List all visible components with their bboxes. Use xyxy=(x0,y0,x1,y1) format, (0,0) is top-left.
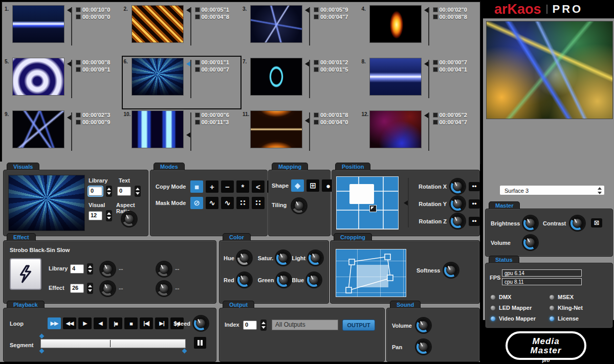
copy-mode-min-button[interactable]: < xyxy=(252,180,265,193)
mapping-panel-tab[interactable]: Mapping xyxy=(272,163,308,170)
effect-param3-knob[interactable] xyxy=(157,262,171,276)
clip-slider-arrow-icon[interactable] xyxy=(305,118,309,123)
sound-volume-knob[interactable] xyxy=(416,318,430,332)
clip-thumbnail[interactable] xyxy=(251,111,302,148)
rotation-z-knob[interactable] xyxy=(451,214,465,228)
clip-slider-arrow-icon[interactable] xyxy=(67,115,71,120)
mask-mode-pattern-1-button[interactable]: ∷ xyxy=(236,197,249,209)
clip-slider-arrow-icon[interactable] xyxy=(424,113,428,118)
surface-select[interactable]: Surface 3 xyxy=(499,185,605,195)
segment-end-handle[interactable] xyxy=(182,349,187,354)
play-reverse-button[interactable]: ◀ xyxy=(94,317,107,329)
brightness-knob[interactable] xyxy=(523,216,537,230)
go-to-end-button[interactable]: ▶| xyxy=(155,317,168,329)
green-knob[interactable] xyxy=(277,273,291,287)
library-stepper[interactable] xyxy=(106,186,112,197)
clip-slider[interactable] xyxy=(304,58,312,99)
cropping-pad[interactable] xyxy=(336,249,406,297)
visual-stepper[interactable] xyxy=(106,210,112,221)
sound-panel-tab[interactable]: Sound xyxy=(390,301,421,308)
mask-mode-pattern-2-button[interactable]: ∷ xyxy=(252,197,265,209)
clip-slider[interactable] xyxy=(186,111,193,152)
rotation-x-link-button[interactable]: •• xyxy=(469,182,480,191)
playback-panel-tab[interactable]: Playback xyxy=(7,301,45,308)
clip-cell-7[interactable]: 7.00:00'01"200:00'01"5 xyxy=(241,56,360,109)
blue-knob[interactable] xyxy=(307,273,321,287)
softness-knob[interactable] xyxy=(444,263,458,277)
clip-thumbnail[interactable] xyxy=(370,58,421,95)
copy-mode-subtract-button[interactable]: − xyxy=(221,180,234,193)
stop-button[interactable]: ■ xyxy=(124,317,138,329)
clip-slider[interactable] xyxy=(304,111,312,152)
clip-cell-4[interactable]: 4.00:00'02"000:00'08"8 xyxy=(360,4,479,56)
clip-slider-arrow-icon[interactable] xyxy=(424,8,428,13)
clip-thumbnail[interactable] xyxy=(132,111,183,148)
effect-number-stepper[interactable] xyxy=(87,283,93,294)
effect-param2-knob[interactable] xyxy=(101,282,115,295)
clip-cell-8[interactable]: 8.00:00'00"700:00'04"1 xyxy=(360,56,479,109)
clip-slider-arrow-icon[interactable] xyxy=(67,61,71,66)
visuals-panel-tab[interactable]: Visuals xyxy=(7,163,39,170)
clip-cell-2[interactable]: 2.00:00'05"100:00'04"8 xyxy=(122,4,242,56)
effect-library-stepper[interactable] xyxy=(87,263,93,275)
color-panel-tab[interactable]: Color xyxy=(223,233,251,241)
clip-slider[interactable] xyxy=(424,58,431,99)
effect-number-input[interactable]: 26 xyxy=(70,284,84,293)
clip-slider[interactable] xyxy=(67,6,74,47)
effect-param1-knob[interactable] xyxy=(101,262,115,276)
clip-slider[interactable] xyxy=(424,6,431,47)
red-knob[interactable] xyxy=(237,273,251,287)
clip-slider[interactable] xyxy=(424,111,431,152)
clip-slider[interactable] xyxy=(186,6,193,47)
position-rectangle[interactable] xyxy=(349,184,374,204)
clip-thumbnail[interactable] xyxy=(251,6,302,42)
clip-slider[interactable] xyxy=(67,58,74,99)
clip-slider-arrow-icon[interactable] xyxy=(186,8,190,13)
sound-pan-knob[interactable] xyxy=(416,340,430,354)
output-panel-tab[interactable]: Output xyxy=(223,301,254,308)
output-button[interactable]: OUTPUT xyxy=(342,320,375,331)
clip-thumbnail[interactable] xyxy=(132,6,183,42)
rotation-y-knob[interactable] xyxy=(451,197,465,211)
segment-playhead[interactable] xyxy=(110,340,111,347)
pause-frame-button[interactable]: |■ xyxy=(109,317,122,329)
clip-slider-arrow-icon[interactable] xyxy=(186,132,190,138)
clip-cell-1[interactable]: 1.00:00'10"000:00'00"0 xyxy=(3,4,122,56)
clip-thumbnail[interactable] xyxy=(132,58,183,95)
shape-gem-button[interactable]: ◆ xyxy=(291,179,304,192)
clip-slider-arrow-icon[interactable] xyxy=(305,8,309,13)
play-button[interactable]: ▶ xyxy=(78,317,92,329)
output-index-input[interactable]: 0 xyxy=(243,321,257,330)
output-index-stepper[interactable] xyxy=(260,320,267,331)
copy-mode-add-button[interactable]: + xyxy=(206,180,218,193)
clip-cell-11[interactable]: 11.00:00'01"800:00'04"0 xyxy=(241,109,360,162)
rotation-y-link-button[interactable]: •• xyxy=(469,199,480,209)
master-panel-tab[interactable]: Master xyxy=(489,201,520,209)
clip-slider[interactable] xyxy=(304,6,312,47)
rewind-button[interactable]: ◀◀ xyxy=(63,317,76,329)
clip-cell-6[interactable]: 6.00:00'01"100:00'00"7 xyxy=(122,56,242,109)
clip-thumbnail[interactable] xyxy=(251,58,302,95)
copy-mode-normal-button[interactable]: ■ xyxy=(190,180,203,193)
position-pad[interactable] xyxy=(336,176,399,230)
position-cursor-icon[interactable] xyxy=(369,205,377,212)
mask-mode-inverted-luma-button[interactable]: ∿ xyxy=(221,197,234,209)
text-stepper[interactable] xyxy=(135,186,141,197)
visual-preview-thumbnail[interactable] xyxy=(9,175,84,231)
clip-cell-9[interactable]: 9.00:00'02"300:00'00"9 xyxy=(3,109,122,162)
rotation-z-link-button[interactable]: •• xyxy=(469,217,480,226)
clip-cell-3[interactable]: 3.00:00'05"900:00'04"7 xyxy=(241,4,360,56)
loop-forward-button[interactable]: ▶▶ xyxy=(48,317,61,329)
effect-panel-tab[interactable]: Effect xyxy=(7,233,36,241)
clip-slider-arrow-icon[interactable] xyxy=(186,61,190,66)
clip-thumbnail[interactable] xyxy=(13,111,64,148)
segment-pause-button[interactable] xyxy=(194,337,206,349)
ping-pong-button[interactable]: |◀| xyxy=(140,317,153,329)
clip-cell-10[interactable]: 10.00:00'00"600:00'11"3 xyxy=(122,109,242,162)
contrast-knob[interactable] xyxy=(571,216,584,230)
effect-library-input[interactable]: 4 xyxy=(70,264,84,274)
segment-slider[interactable] xyxy=(40,339,186,348)
clip-slider-arrow-icon[interactable] xyxy=(424,61,428,66)
rotation-x-knob[interactable] xyxy=(451,179,465,193)
modes-panel-tab[interactable]: Modes xyxy=(154,163,185,170)
